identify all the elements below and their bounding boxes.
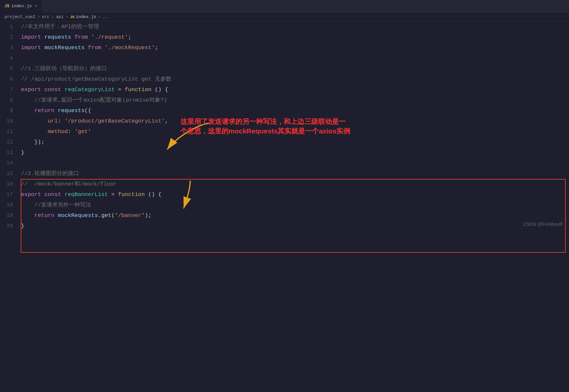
- breadcrumb-sep2: >: [51, 14, 54, 19]
- breadcrumb-api: api: [56, 14, 64, 19]
- line-number-1: 1: [0, 22, 20, 32]
- code-line-12: 12 });: [0, 137, 569, 147]
- line-number-11: 11: [0, 127, 20, 137]
- code-line-8: 8 //发请求,返回一个axios配置对象(promise对象?): [0, 95, 569, 106]
- breadcrumb-src: src: [42, 14, 49, 19]
- code-line-9: 9 return requests({: [0, 106, 569, 116]
- code-line-6: 6 // /api/product/getBaseCategoryList ge…: [0, 74, 569, 85]
- code-line-16: 16 // /mock/banner和/mock/floor: [0, 179, 569, 189]
- tab-bar: JS index.js ×: [0, 0, 569, 12]
- code-line-4: 4: [0, 53, 569, 64]
- line-number-19: 19: [0, 210, 20, 221]
- annotation-line2: 个意思，这里的mockRequests其实就是一个axios实例: [180, 127, 350, 135]
- code-line-5-content: //1.三级联动（导航部分）的接口: [20, 64, 569, 74]
- code-line-17-content: export const reqBannerList = function ()…: [20, 189, 569, 200]
- line-number-18: 18: [0, 200, 20, 210]
- line-number-20: 20: [0, 221, 20, 231]
- tab-filename: index.js: [11, 4, 31, 9]
- code-line-17: 17 export const reqBannerList = function…: [0, 189, 569, 200]
- code-line-1-content: //本文件用于：API的统一管理: [20, 22, 569, 32]
- code-line-3-content: import mockRequests from './mockRequest'…: [20, 43, 569, 53]
- line-number-16: 16: [0, 179, 20, 189]
- line-number-13: 13: [0, 147, 20, 158]
- code-line-5: 5 //1.三级联动（导航部分）的接口: [0, 64, 569, 74]
- code-line-7-content: export const reqCategoryList = function …: [20, 85, 569, 95]
- line-number-17: 17: [0, 189, 20, 200]
- line-number-9: 9: [0, 106, 20, 116]
- code-line-19-content: return mockRequests.get('/banner');: [20, 210, 569, 221]
- breadcrumb-sep4: >: [98, 14, 101, 19]
- code-line-1: 1 //本文件用于：API的统一管理: [0, 22, 569, 32]
- code-line-13-content: }: [20, 147, 569, 158]
- line-number-15: 15: [0, 168, 20, 179]
- code-line-18: 18 //发请求另外一种写法: [0, 200, 569, 210]
- tab-close-button[interactable]: ×: [35, 4, 38, 9]
- code-line-20-content: }: [20, 221, 569, 231]
- breadcrumb-sep3: >: [66, 14, 68, 19]
- code-line-7: 7 export const reqCategoryList = functio…: [0, 85, 569, 95]
- line-number-6: 6: [0, 74, 20, 85]
- breadcrumb-filename: index.js: [76, 14, 96, 19]
- code-line-19: 19 return mockRequests.get('/banner');: [0, 210, 569, 221]
- code-line-9-content: return requests({: [20, 106, 569, 116]
- code-line-2: 2 import requests from './request';: [0, 32, 569, 43]
- line-number-3: 3: [0, 43, 20, 53]
- line-number-12: 12: [0, 137, 20, 147]
- line-number-7: 7: [0, 85, 20, 95]
- code-line-18-content: //发请求另外一种写法: [20, 200, 569, 210]
- code-line-2-content: import requests from './request';: [20, 32, 569, 43]
- breadcrumb-sep1: >: [37, 14, 40, 19]
- line-number-8: 8: [0, 95, 20, 106]
- code-line-14: 14: [0, 158, 569, 168]
- code-area: 1 //本文件用于：API的统一管理 2 import requests fro…: [0, 22, 569, 231]
- code-line-13: 13 }: [0, 147, 569, 158]
- breadcrumb-ellipsis: ...: [103, 14, 110, 19]
- breadcrumb-js-icon: JS: [70, 15, 74, 19]
- line-number-14: 14: [0, 158, 20, 168]
- code-line-8-content: //发请求,返回一个axios配置对象(promise对象?): [20, 95, 569, 106]
- code-line-12-content: });: [20, 137, 569, 147]
- annotation-text-main: 这里用了发送请求的另一种写法，和上边三级联动是一 个意思，这里的mockRequ…: [180, 117, 350, 136]
- code-line-6-content: // /api/product/getBaseCategoryList get …: [20, 74, 569, 85]
- js-file-icon: JS: [5, 4, 9, 9]
- line-number-5: 5: [0, 64, 20, 74]
- watermark: CSDN @ForMyself: [523, 222, 562, 227]
- code-line-20: 20 }: [0, 221, 569, 231]
- code-line-16-content: // /mock/banner和/mock/floor: [20, 179, 569, 189]
- code-line-3: 3 import mockRequests from './mockReques…: [0, 43, 569, 53]
- line-number-4: 4: [0, 53, 20, 64]
- breadcrumb: project_vue2 > src > api > JS index.js >…: [0, 12, 569, 22]
- line-number-2: 2: [0, 32, 20, 43]
- tab-item-indexjs[interactable]: JS index.js ×: [0, 0, 43, 12]
- line-number-10: 10: [0, 116, 20, 127]
- code-line-15: 15 //2.轮播图部分的接口: [0, 168, 569, 179]
- annotation-line1: 这里用了发送请求的另一种写法，和上边三级联动是一: [180, 118, 346, 125]
- code-line-15-content: //2.轮播图部分的接口: [20, 168, 569, 179]
- breadcrumb-project: project_vue2: [5, 14, 35, 19]
